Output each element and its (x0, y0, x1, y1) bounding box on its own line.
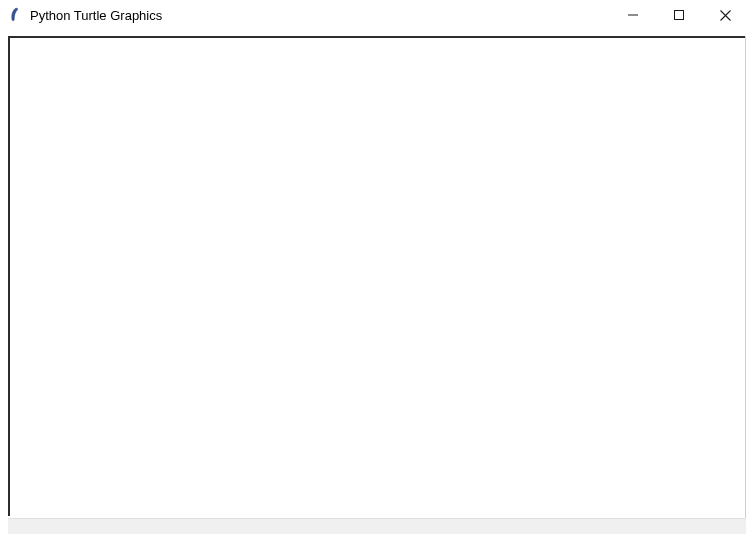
window-title: Python Turtle Graphics (30, 8, 162, 23)
canvas-border (745, 36, 746, 534)
minimize-button[interactable] (610, 0, 656, 30)
titlebar-left: Python Turtle Graphics (8, 7, 162, 23)
turtle-drawing (8, 36, 308, 186)
svg-rect-1 (675, 11, 684, 20)
feather-icon (8, 7, 24, 23)
window-controls (610, 0, 748, 30)
close-button[interactable] (702, 0, 748, 30)
titlebar: Python Turtle Graphics (0, 0, 750, 30)
horizontal-scrollbar[interactable] (8, 518, 746, 534)
turtle-canvas[interactable] (8, 36, 746, 534)
maximize-button[interactable] (656, 0, 702, 30)
